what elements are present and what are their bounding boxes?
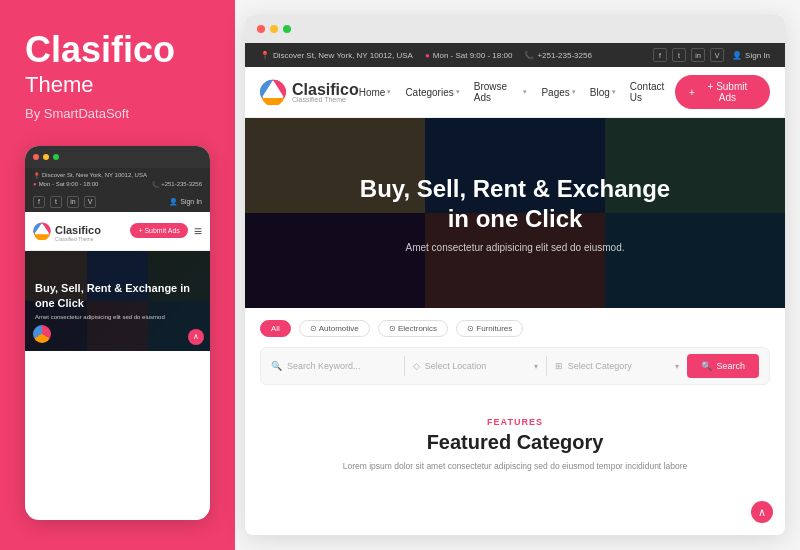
navbar-submit-btn[interactable]: + + Submit Ads	[675, 75, 770, 109]
topbar-phone-icon: 📞	[524, 51, 534, 60]
topbar-vimeo-icon[interactable]: V	[710, 48, 724, 62]
search-category-input[interactable]: Select Category	[568, 361, 671, 371]
mobile-info-bar: 📍 Discover St, New York, NY 10012, USA ●…	[25, 168, 210, 192]
hamburger-icon[interactable]: ≡	[194, 223, 202, 239]
navbar-menu: Home ▾ Categories ▾ Browse Ads ▾ Pages ▾…	[359, 81, 675, 103]
topbar-right: f t in V 👤 Sign In	[653, 48, 770, 62]
mobile-hero-title: Buy, Sell, Rent & Exchange in one Click	[35, 281, 200, 310]
location-icon: 📍	[33, 172, 40, 179]
grid-icon: ⊞	[555, 361, 563, 371]
mobile-logo-text-area: Clasifico Classified Theme	[55, 220, 101, 242]
search-section: All ⊙ Automotive ⊙ Electronics ⊙ Furnitu…	[245, 308, 785, 397]
browse-ads-chevron-icon: ▾	[523, 88, 527, 96]
mobile-social-bar: f t in V 👤 Sign In	[25, 192, 210, 212]
location-pin-icon: ◇	[413, 361, 420, 371]
tab-furnitures[interactable]: ⊙ Furnitures	[456, 320, 523, 337]
nav-browse-ads[interactable]: Browse Ads ▾	[474, 81, 528, 103]
plus-icon: +	[689, 87, 695, 98]
mobile-hours: ● Mon - Sat 9:00 - 18:00	[33, 181, 98, 187]
pages-chevron-icon: ▾	[572, 88, 576, 96]
search-location-area: ◇ Select Location ▾	[413, 361, 538, 371]
vimeo-icon[interactable]: V	[84, 196, 96, 208]
search-tabs: All ⊙ Automotive ⊙ Electronics ⊙ Furnitu…	[260, 320, 770, 337]
facebook-icon[interactable]: f	[33, 196, 45, 208]
features-desc: Lorem ipsum dolor sit amet consectetur a…	[260, 460, 770, 473]
navbar-logo: Clasifico Classified Theme	[260, 79, 359, 105]
topbar-address: 📍 Discover St, New York, NY 10012, USA	[260, 51, 413, 60]
mobile-logo-circle	[33, 325, 51, 343]
location-chevron-icon: ▾	[534, 362, 538, 371]
browser-dot-yellow	[270, 25, 278, 33]
search-location-input[interactable]: Select Location	[425, 361, 529, 371]
linkedin-icon[interactable]: in	[67, 196, 79, 208]
search-keyword-input[interactable]: Search Keyword...	[287, 361, 396, 371]
phone-icon: 📞	[152, 181, 159, 188]
topbar-location-icon: 📍	[260, 51, 270, 60]
brand-subtitle: Theme	[25, 72, 210, 98]
features-section: FEATURES Featured Category Lorem ipsum d…	[245, 397, 785, 493]
search-keyword-area: 🔍 Search Keyword...	[271, 361, 396, 371]
nav-blog[interactable]: Blog ▾	[590, 87, 616, 98]
topbar-hours: ● Mon - Sat 9:00 - 18:00	[425, 51, 512, 60]
mobile-social-icons: f t in V	[33, 196, 96, 208]
site-topbar: 📍 Discover St, New York, NY 10012, USA ●…	[245, 43, 785, 67]
topbar-twitter-icon[interactable]: t	[672, 48, 686, 62]
hero-title: Buy, Sell, Rent & Exchangein one Click	[360, 174, 670, 234]
nav-contact[interactable]: Contact Us	[630, 81, 675, 103]
dot-green	[53, 154, 59, 160]
browser-dot-green	[283, 25, 291, 33]
brand-by: By SmartDataSoft	[25, 106, 210, 121]
mobile-hero-sub: Amet consectetur adipisicing elit sed do…	[35, 314, 200, 320]
browser-chrome	[245, 15, 785, 43]
categories-chevron-icon: ▾	[456, 88, 460, 96]
tab-electronics[interactable]: ⊙ Electronics	[378, 320, 448, 337]
topbar-signin-btn[interactable]: 👤 Sign In	[732, 51, 770, 60]
features-title: Featured Category	[260, 431, 770, 454]
mobile-nav: Clasifico Classified Theme + Submit Ads …	[25, 212, 210, 251]
category-chevron-icon: ▾	[675, 362, 679, 371]
search-magnifier-icon: 🔍	[271, 361, 282, 371]
topbar-user-icon: 👤	[732, 51, 742, 60]
mobile-logo-icon	[33, 222, 51, 240]
mobile-logo: Clasifico Classified Theme	[33, 220, 101, 242]
search-btn-icon: 🔍	[701, 361, 712, 371]
topbar-facebook-icon[interactable]: f	[653, 48, 667, 62]
search-submit-btn[interactable]: 🔍 Search	[687, 354, 759, 378]
twitter-icon[interactable]: t	[50, 196, 62, 208]
site-content: Buy, Sell, Rent & Exchangein one Click A…	[245, 118, 785, 535]
scroll-to-top-btn[interactable]: ∧	[751, 501, 773, 523]
topbar-phone: 📞 +251-235-3256	[524, 51, 592, 60]
mobile-signin-btn[interactable]: 👤 Sign In	[169, 198, 202, 206]
mobile-hero: Buy, Sell, Rent & Exchange in one Click …	[25, 251, 210, 351]
topbar-clock-icon: ●	[425, 51, 430, 60]
mobile-preview: 📍 Discover St, New York, NY 10012, USA ●…	[25, 146, 210, 520]
search-divider-1	[404, 356, 405, 376]
search-category-area: ⊞ Select Category ▾	[555, 361, 680, 371]
navbar-logo-icon	[260, 79, 286, 105]
site-hero: Buy, Sell, Rent & Exchangein one Click A…	[245, 118, 785, 308]
mobile-address: 📍 Discover St, New York, NY 10012, USA	[33, 172, 147, 179]
tab-automotive[interactable]: ⊙ Automotive	[299, 320, 370, 337]
furnitures-icon: ⊙	[467, 324, 474, 333]
blog-chevron-icon: ▾	[612, 88, 616, 96]
mobile-phone: 📞 +251-235-3256	[152, 181, 202, 188]
topbar-linkedin-icon[interactable]: in	[691, 48, 705, 62]
mobile-scroll-up-btn[interactable]: ∧	[188, 329, 204, 345]
browser-dot-red	[257, 25, 265, 33]
user-icon: 👤	[169, 198, 178, 206]
left-panel: Clasifico Theme By SmartDataSoft 📍 Disco…	[0, 0, 235, 550]
hero-subtitle: Amet consectetur adipisicing elit sed do…	[405, 242, 624, 253]
mobile-top-bar	[25, 146, 210, 168]
features-label: FEATURES	[260, 417, 770, 427]
mobile-submit-btn[interactable]: + Submit Ads	[130, 223, 187, 238]
electronics-icon: ⊙	[389, 324, 396, 333]
topbar-left: 📍 Discover St, New York, NY 10012, USA ●…	[260, 51, 592, 60]
topbar-social: f t in V	[653, 48, 724, 62]
site-navbar: Clasifico Classified Theme Home ▾ Catego…	[245, 67, 785, 118]
nav-pages[interactable]: Pages ▾	[541, 87, 575, 98]
nav-home[interactable]: Home ▾	[359, 87, 392, 98]
automotive-icon: ⊙	[310, 324, 317, 333]
nav-categories[interactable]: Categories ▾	[405, 87, 459, 98]
home-chevron-icon: ▾	[387, 88, 391, 96]
tab-all[interactable]: All	[260, 320, 291, 337]
